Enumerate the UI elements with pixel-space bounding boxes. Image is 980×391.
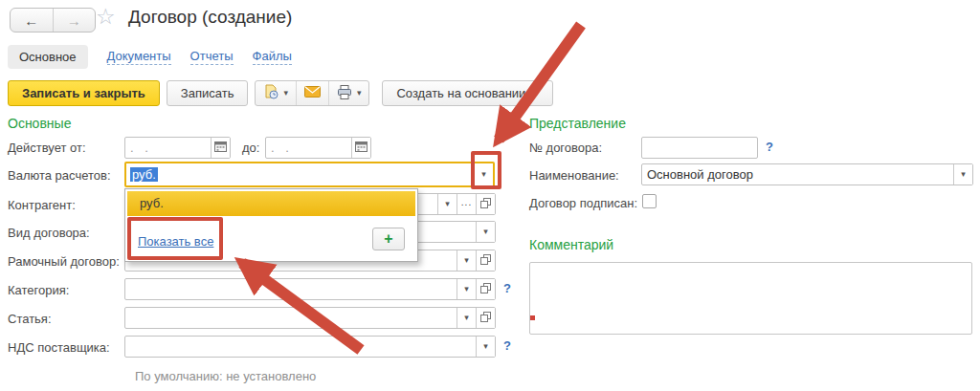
vat-value [125, 337, 476, 357]
contract-number-help-link[interactable]: ? [766, 140, 773, 154]
save-button[interactable]: Записать [167, 80, 249, 106]
chevron-down-icon: ▾ [481, 170, 486, 179]
contract-number-field[interactable] [641, 137, 758, 159]
chevron-down-icon: ▾ [483, 342, 488, 351]
scheduled-document-button[interactable]: ▾ [256, 81, 296, 105]
show-all-link[interactable]: Показать все [138, 234, 213, 249]
valid-to-value: . . [266, 138, 351, 158]
valid-from-value: . . [125, 138, 211, 158]
plus-icon: + [384, 230, 392, 248]
back-button[interactable]: ← [11, 9, 54, 32]
comment-marker-dot [530, 315, 535, 320]
name-label: Наименование: [529, 164, 619, 186]
tab-main[interactable]: Основное [8, 45, 88, 69]
forward-icon: → [67, 12, 81, 29]
section-presentation-heading: Представление [529, 116, 626, 131]
valid-from-calendar-button[interactable] [211, 138, 230, 158]
chevron-down-icon: ▾ [534, 89, 539, 98]
page-title: Договор (создание) [128, 7, 292, 28]
tab-files[interactable]: Файлы [253, 49, 292, 65]
category-label: Категория: [8, 279, 69, 301]
valid-from-field[interactable]: . . [124, 137, 231, 159]
category-value [125, 279, 457, 299]
create-based-on-button[interactable]: Создать на основании ▾ [382, 80, 552, 106]
counterparty-dropdown-button[interactable]: ▾ [437, 194, 457, 214]
valid-to-calendar-button[interactable] [351, 138, 370, 158]
vat-help-link[interactable]: ? [503, 338, 511, 353]
document-clock-icon [263, 84, 278, 102]
open-window-icon [480, 311, 491, 325]
add-currency-button[interactable]: + [372, 228, 405, 250]
chevron-down-icon: ▾ [464, 256, 469, 265]
category-field[interactable]: ▾ [124, 278, 496, 300]
section-main-heading: Основные [8, 116, 71, 131]
print-icon [337, 85, 352, 102]
contract-kind-dropdown-button[interactable]: ▾ [476, 222, 495, 242]
create-based-on-label: Создать на основании [396, 86, 525, 100]
currency-value: руб. [130, 167, 158, 182]
name-value: Основной договор [642, 164, 953, 185]
calendar-icon [214, 141, 227, 155]
name-dropdown-button[interactable]: ▾ [953, 164, 972, 185]
send-mail-button[interactable] [296, 81, 328, 105]
nav-tabs: Основное Документы Отчеты Файлы [8, 44, 292, 70]
currency-dropdown-list: руб. Показать все + [124, 188, 418, 262]
open-window-icon [480, 253, 491, 268]
default-note: По умолчанию: не установлено [135, 369, 316, 383]
chevron-down-icon: ▾ [283, 89, 288, 98]
valid-to-label: до: [242, 137, 259, 159]
signed-checkbox[interactable] [642, 194, 657, 208]
currency-field[interactable]: руб. ▾ [124, 162, 495, 187]
frame-contract-label: Рамочный договор: [8, 250, 120, 272]
article-open-button[interactable] [476, 308, 495, 328]
currency-label: Валюта расчетов: [8, 164, 111, 186]
chevron-down-icon: ▾ [464, 285, 469, 293]
forward-button[interactable]: → [54, 9, 96, 32]
chevron-down-icon: ▾ [464, 314, 469, 322]
vat-dropdown-button[interactable]: ▾ [476, 337, 495, 357]
chevron-down-icon: ▾ [357, 89, 362, 98]
article-label: Статья: [8, 308, 52, 330]
comment-textarea[interactable] [529, 262, 972, 335]
chevron-down-icon: ▾ [483, 228, 488, 236]
chevron-down-icon: ▾ [445, 200, 450, 208]
counterparty-label: Контрагент: [8, 194, 76, 216]
category-open-button[interactable] [476, 279, 495, 299]
category-help-link[interactable]: ? [503, 281, 511, 295]
toolbar: Записать и закрыть Записать ▾ ▾ Создать … [8, 80, 553, 106]
article-value [125, 308, 457, 328]
signed-label: Договор подписан: [529, 192, 637, 214]
tab-reports[interactable]: Отчеты [190, 49, 234, 65]
frame-contract-dropdown-button[interactable]: ▾ [457, 250, 476, 271]
category-dropdown-button[interactable]: ▾ [457, 279, 476, 299]
valid-to-field[interactable]: . . [265, 137, 371, 159]
name-field[interactable]: Основной договор ▾ [641, 163, 973, 185]
favorite-star-icon[interactable]: ☆ [96, 4, 116, 30]
valid-from-label: Действует от: [8, 137, 86, 159]
mail-icon [304, 86, 321, 100]
counterparty-choose-button[interactable]: ... [457, 194, 476, 214]
section-comment-heading: Комментарий [529, 237, 613, 252]
contract-number-value [642, 138, 757, 158]
back-icon: ← [24, 12, 38, 29]
chevron-down-icon: ▾ [961, 170, 966, 179]
contract-kind-label: Вид договора: [8, 222, 90, 244]
counterparty-open-button[interactable] [476, 194, 495, 214]
calendar-icon [355, 141, 368, 155]
tab-documents[interactable]: Документы [107, 49, 171, 65]
vat-label: НДС поставщика: [8, 337, 110, 358]
contract-number-label: № договора: [529, 137, 602, 159]
save-and-close-button[interactable]: Записать и закрыть [8, 80, 160, 106]
history-nav: ← → [10, 8, 96, 33]
print-button[interactable]: ▾ [328, 81, 369, 105]
currency-dropdown-item-rub[interactable]: руб. [127, 191, 415, 216]
article-dropdown-button[interactable]: ▾ [457, 308, 476, 328]
vat-field[interactable]: ▾ [124, 336, 496, 358]
article-field[interactable]: ▾ [124, 307, 496, 329]
frame-contract-open-button[interactable] [476, 250, 495, 271]
currency-dropdown-button[interactable]: ▾ [474, 163, 493, 185]
open-window-icon [480, 282, 491, 296]
toolbar-icon-group: ▾ ▾ [255, 80, 369, 106]
ellipsis-icon: ... [461, 198, 472, 211]
open-window-icon [480, 197, 491, 211]
